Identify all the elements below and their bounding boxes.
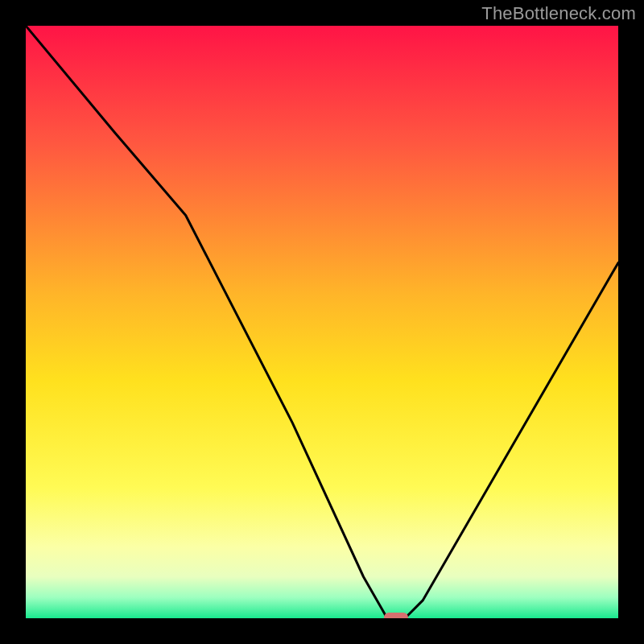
attribution-label: TheBottleneck.com <box>481 3 636 24</box>
plot-area <box>26 26 618 618</box>
optimal-marker <box>384 613 408 618</box>
chart-frame: TheBottleneck.com <box>0 0 644 644</box>
chart-svg <box>26 26 618 618</box>
gradient-fill <box>26 26 618 618</box>
